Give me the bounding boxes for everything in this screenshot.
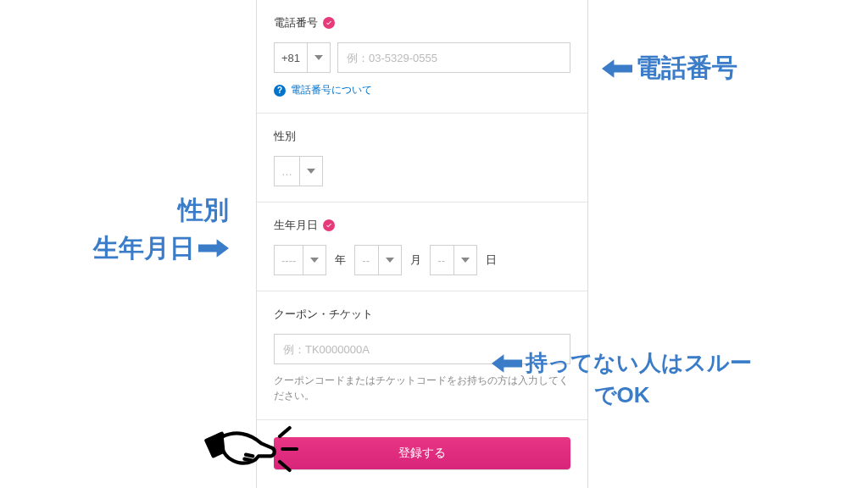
gender-label-row: 性別 — [274, 129, 570, 144]
required-badge-icon — [323, 219, 335, 231]
month-value: -- — [355, 246, 379, 274]
gender-input-row: … — [274, 156, 570, 186]
gender-section: 性別 … — [257, 114, 587, 202]
svg-line-0 — [280, 428, 290, 436]
annotation-gender-text: 性別 — [178, 193, 229, 228]
annotation-birthday-text: 生年月日 — [93, 231, 195, 266]
phone-section: 電話番号 +81 ? 電話番号について — [257, 0, 587, 114]
phone-input-row: +81 — [274, 42, 570, 73]
svg-line-2 — [280, 462, 290, 470]
registration-form: 電話番号 +81 ? 電話番号について 性別 … — [256, 0, 588, 488]
chevron-down-icon — [300, 157, 322, 186]
required-badge-icon — [323, 17, 335, 29]
annotation-phone-text: 電話番号 — [636, 51, 737, 86]
arrow-left-icon — [602, 57, 632, 80]
annotation-coupon: 持ってない人はスルー でOK — [492, 349, 752, 410]
annotation-gender-birthday: 性別 生年月日 — [93, 193, 229, 265]
year-value: ---- — [275, 246, 303, 274]
register-button[interactable]: 登録する — [274, 437, 570, 469]
country-code-select[interactable]: +81 — [274, 42, 331, 73]
annotation-coupon-line2: でOK — [594, 381, 650, 410]
coupon-label-row: クーポン・チケット — [274, 307, 570, 322]
day-select[interactable]: -- — [430, 245, 477, 275]
phone-help-text: 電話番号について — [291, 83, 372, 97]
chevron-down-icon — [308, 43, 330, 72]
coupon-label: クーポン・チケット — [274, 307, 373, 322]
phone-label-row: 電話番号 — [274, 15, 570, 30]
day-value: -- — [431, 246, 454, 274]
phone-help-link[interactable]: ? 電話番号について — [274, 83, 570, 97]
gender-select[interactable]: … — [274, 156, 323, 186]
month-select[interactable]: -- — [354, 245, 402, 275]
submit-section: 登録する — [257, 420, 587, 488]
chevron-down-icon — [379, 246, 401, 274]
hand-pointer-icon — [199, 419, 301, 483]
day-unit: 日 — [486, 252, 497, 268]
birthday-label: 生年月日 — [274, 218, 318, 233]
arrow-left-icon — [492, 352, 522, 375]
birthday-section: 生年月日 ---- 年 -- 月 -- 日 — [257, 202, 587, 291]
arrow-right-icon — [198, 236, 229, 260]
gender-value: … — [275, 157, 300, 186]
phone-label: 電話番号 — [274, 15, 318, 30]
chevron-down-icon — [303, 246, 326, 274]
phone-input[interactable] — [337, 42, 570, 73]
month-unit: 月 — [410, 252, 421, 268]
birthday-input-row: ---- 年 -- 月 -- 日 — [274, 245, 570, 275]
help-icon: ? — [274, 85, 286, 97]
gender-label: 性別 — [274, 129, 296, 144]
annotation-phone: 電話番号 — [602, 51, 737, 86]
country-code-value: +81 — [275, 43, 308, 72]
annotation-coupon-line1: 持ってない人はスルー — [526, 349, 752, 378]
year-select[interactable]: ---- — [274, 245, 326, 275]
year-unit: 年 — [335, 252, 346, 268]
chevron-down-icon — [454, 246, 476, 274]
birthday-label-row: 生年月日 — [274, 218, 570, 233]
